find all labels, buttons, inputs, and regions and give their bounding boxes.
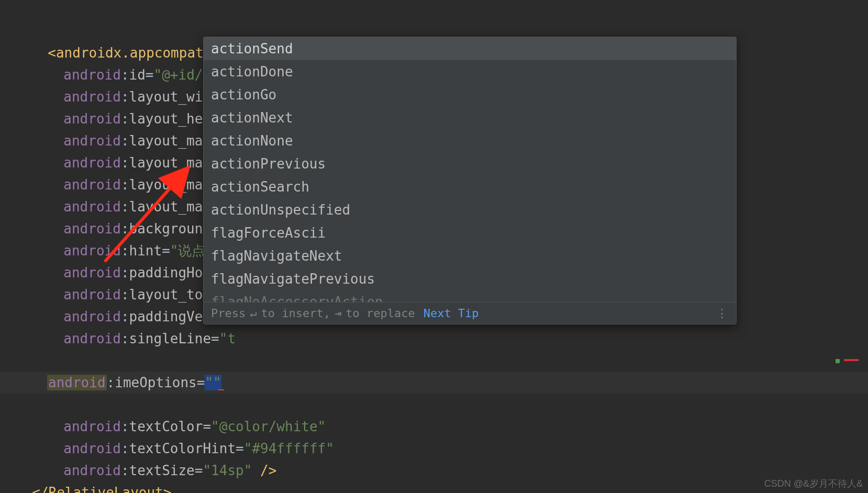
autocomplete-footer: Press ↵ to insert, ⇥ to replace Next Tip… (204, 302, 736, 324)
next-tip-link[interactable]: Next Tip (424, 307, 479, 320)
autocomplete-item[interactable]: actionDone (204, 60, 736, 83)
autocomplete-item[interactable]: actionPrevious (204, 152, 736, 175)
footer-text: to replace (346, 307, 415, 320)
autocomplete-item[interactable]: actionSearch (204, 175, 736, 198)
attr-name: id (129, 67, 146, 83)
more-icon[interactable]: ⋮ (716, 307, 729, 320)
tab-key-icon: ⇥ (335, 307, 341, 320)
attr-ns-highlight: android (47, 375, 107, 390)
minimap-error-mark[interactable] (836, 359, 859, 363)
footer-text: Press (211, 307, 246, 320)
error-underline (218, 387, 225, 390)
footer-text: to insert, (261, 307, 330, 320)
autocomplete-item[interactable]: flagForceAscii (204, 221, 736, 244)
autocomplete-popup[interactable]: actionSend actionDone actionGo actionNex… (203, 37, 737, 324)
autocomplete-item[interactable]: flagNavigatePrevious (204, 267, 736, 290)
xml-close-tag: </RelativeLayout> (32, 485, 171, 493)
autocomplete-item[interactable]: flagNavigateNext (204, 244, 736, 267)
autocomplete-item[interactable]: actionSend (204, 37, 736, 60)
watermark: CSDN @&岁月不待人& (764, 477, 863, 490)
autocomplete-item[interactable]: actionNext (204, 106, 736, 129)
autocomplete-item[interactable]: actionNone (204, 129, 736, 152)
autocomplete-list[interactable]: actionSend actionDone actionGo actionNex… (204, 37, 736, 302)
attr-ns: android (63, 67, 121, 83)
autocomplete-item[interactable]: actionGo (204, 83, 736, 106)
attr-imeoptions: imeOptions (115, 375, 197, 390)
enter-key-icon: ↵ (250, 307, 257, 320)
autocomplete-item[interactable]: actionUnspecified (204, 198, 736, 221)
active-line[interactable]: android:imeOptions="" (0, 372, 868, 394)
autocomplete-item[interactable]: flagNoAccessoryAction (204, 290, 736, 302)
